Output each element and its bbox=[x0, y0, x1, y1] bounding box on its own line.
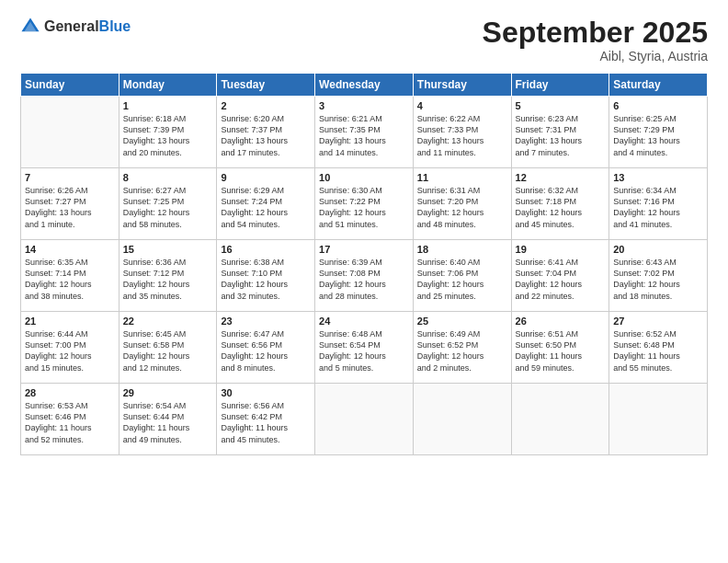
day-number: 22 bbox=[123, 316, 213, 327]
logo-general: GeneralBlue bbox=[44, 18, 131, 35]
day-number: 23 bbox=[221, 316, 311, 327]
cell-info: Sunset: 7:16 PM bbox=[613, 196, 703, 207]
cell-info: Sunrise: 6:45 AM bbox=[123, 328, 213, 339]
cell-info: and 22 minutes. bbox=[516, 291, 606, 302]
cell-info: and 45 minutes. bbox=[516, 219, 606, 230]
logo-icon bbox=[20, 17, 40, 37]
day-number: 6 bbox=[613, 100, 703, 111]
cell-info: Sunset: 6:48 PM bbox=[613, 339, 703, 350]
table-row: 21Sunrise: 6:44 AMSunset: 7:00 PMDayligh… bbox=[21, 312, 708, 384]
cell-info: Daylight: 12 hours bbox=[319, 350, 409, 362]
table-cell: 22Sunrise: 6:45 AMSunset: 6:58 PMDayligh… bbox=[119, 312, 217, 384]
calendar-title: September 2025 bbox=[483, 17, 708, 49]
table-cell bbox=[511, 384, 609, 455]
cell-info: Sunrise: 6:43 AM bbox=[613, 257, 703, 268]
cell-info: Sunrise: 6:31 AM bbox=[417, 185, 507, 196]
col-saturday: Saturday bbox=[609, 74, 708, 97]
cell-info: and 4 minutes. bbox=[613, 147, 703, 158]
cell-info: Daylight: 12 hours bbox=[613, 279, 703, 290]
cell-info: Sunrise: 6:21 AM bbox=[319, 113, 409, 124]
table-cell: 15Sunrise: 6:36 AMSunset: 7:12 PMDayligh… bbox=[119, 240, 217, 312]
cell-info: Sunset: 7:04 PM bbox=[516, 268, 606, 279]
table-cell: 7Sunrise: 6:26 AMSunset: 7:27 PMDaylight… bbox=[21, 168, 119, 240]
cell-info: Daylight: 11 hours bbox=[613, 350, 703, 362]
cell-info: Daylight: 12 hours bbox=[221, 350, 311, 362]
cell-info: Sunset: 7:12 PM bbox=[123, 268, 213, 279]
cell-info: Daylight: 12 hours bbox=[417, 207, 507, 218]
cell-info: Daylight: 12 hours bbox=[221, 207, 311, 218]
table-row: 28Sunrise: 6:53 AMSunset: 6:46 PMDayligh… bbox=[21, 384, 708, 455]
cell-info: Sunset: 7:25 PM bbox=[123, 196, 213, 207]
cell-info: Daylight: 12 hours bbox=[319, 279, 409, 290]
cell-info: Daylight: 12 hours bbox=[516, 207, 606, 218]
day-number: 25 bbox=[417, 316, 507, 327]
cell-info: Daylight: 12 hours bbox=[25, 350, 115, 362]
cell-info: Sunset: 7:14 PM bbox=[25, 268, 115, 279]
table-cell: 24Sunrise: 6:48 AMSunset: 6:54 PMDayligh… bbox=[315, 312, 414, 384]
table-cell: 13Sunrise: 6:34 AMSunset: 7:16 PMDayligh… bbox=[609, 168, 708, 240]
cell-info: and 55 minutes. bbox=[613, 362, 703, 373]
cell-info: and 15 minutes. bbox=[25, 362, 115, 373]
table-cell bbox=[609, 384, 708, 455]
day-number: 17 bbox=[319, 244, 409, 255]
cell-info: Sunrise: 6:39 AM bbox=[319, 257, 409, 268]
day-number: 13 bbox=[613, 172, 703, 183]
day-number: 19 bbox=[516, 244, 606, 255]
table-cell: 5Sunrise: 6:23 AMSunset: 7:31 PMDaylight… bbox=[511, 97, 609, 168]
cell-info: Sunset: 7:31 PM bbox=[516, 124, 606, 135]
calendar-table: Sunday Monday Tuesday Wednesday Thursday… bbox=[20, 73, 708, 455]
cell-info: Sunrise: 6:18 AM bbox=[123, 113, 213, 124]
cell-info: Sunset: 6:54 PM bbox=[319, 339, 409, 350]
cell-info: Sunrise: 6:29 AM bbox=[221, 185, 311, 196]
cell-info: and 7 minutes. bbox=[516, 147, 606, 158]
day-number: 24 bbox=[319, 316, 409, 327]
cell-info: and 41 minutes. bbox=[613, 219, 703, 230]
cell-info: and 48 minutes. bbox=[417, 219, 507, 230]
table-cell: 10Sunrise: 6:30 AMSunset: 7:22 PMDayligh… bbox=[315, 168, 414, 240]
table-row: 1Sunrise: 6:18 AMSunset: 7:39 PMDaylight… bbox=[21, 97, 708, 168]
cell-info: Sunset: 7:33 PM bbox=[417, 124, 507, 135]
cell-info: Sunset: 6:44 PM bbox=[123, 411, 213, 422]
cell-info: Sunset: 7:29 PM bbox=[613, 124, 703, 135]
cell-info: and 14 minutes. bbox=[319, 147, 409, 158]
cell-info: Sunrise: 6:41 AM bbox=[516, 257, 606, 268]
cell-info: Sunrise: 6:25 AM bbox=[613, 113, 703, 124]
cell-info: Sunrise: 6:53 AM bbox=[25, 400, 115, 411]
header-row: Sunday Monday Tuesday Wednesday Thursday… bbox=[21, 74, 708, 97]
cell-info: Sunset: 6:46 PM bbox=[25, 411, 115, 422]
cell-info: and 32 minutes. bbox=[221, 291, 311, 302]
cell-info: Daylight: 13 hours bbox=[417, 135, 507, 146]
table-cell bbox=[413, 384, 511, 455]
day-number: 14 bbox=[25, 244, 115, 255]
cell-info: Sunrise: 6:54 AM bbox=[123, 400, 213, 411]
day-number: 28 bbox=[25, 387, 115, 398]
cell-info: Daylight: 12 hours bbox=[417, 279, 507, 290]
cell-info: Daylight: 13 hours bbox=[319, 135, 409, 146]
day-number: 7 bbox=[25, 172, 115, 183]
cell-info: Sunset: 7:22 PM bbox=[319, 196, 409, 207]
cell-info: and 2 minutes. bbox=[417, 362, 507, 373]
cell-info: Sunrise: 6:32 AM bbox=[516, 185, 606, 196]
day-number: 15 bbox=[123, 244, 213, 255]
cell-info: Daylight: 12 hours bbox=[25, 279, 115, 290]
col-monday: Monday bbox=[119, 74, 217, 97]
table-cell: 11Sunrise: 6:31 AMSunset: 7:20 PMDayligh… bbox=[413, 168, 511, 240]
table-cell bbox=[315, 384, 414, 455]
day-number: 21 bbox=[25, 316, 115, 327]
cell-info: and 11 minutes. bbox=[417, 147, 507, 158]
table-cell: 26Sunrise: 6:51 AMSunset: 6:50 PMDayligh… bbox=[511, 312, 609, 384]
cell-info: and 18 minutes. bbox=[613, 291, 703, 302]
cell-info: Sunrise: 6:44 AM bbox=[25, 328, 115, 339]
title-block: September 2025 Aibl, Styria, Austria bbox=[483, 17, 708, 63]
cell-info: Daylight: 11 hours bbox=[25, 422, 115, 433]
cell-info: and 59 minutes. bbox=[516, 362, 606, 373]
table-cell: 25Sunrise: 6:49 AMSunset: 6:52 PMDayligh… bbox=[413, 312, 511, 384]
cell-info: Sunset: 7:37 PM bbox=[221, 124, 311, 135]
cell-info: Daylight: 13 hours bbox=[613, 135, 703, 146]
cell-info: Daylight: 12 hours bbox=[417, 350, 507, 362]
day-number: 20 bbox=[613, 244, 703, 255]
cell-info: and 1 minute. bbox=[25, 219, 115, 230]
cell-info: Daylight: 11 hours bbox=[221, 422, 311, 433]
cell-info: Daylight: 12 hours bbox=[123, 350, 213, 362]
table-cell: 8Sunrise: 6:27 AMSunset: 7:25 PMDaylight… bbox=[119, 168, 217, 240]
